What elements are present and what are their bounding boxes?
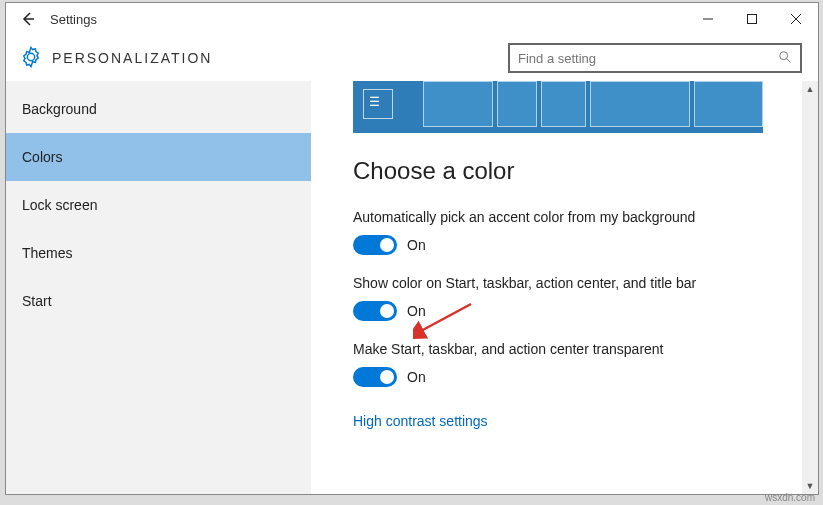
titlebar: Settings [6, 3, 818, 35]
setting-label: Show color on Start, taskbar, action cen… [353, 275, 790, 291]
sidebar-item-label: Start [22, 293, 52, 309]
search-icon [778, 50, 792, 67]
search-input[interactable] [518, 51, 778, 66]
maximize-icon [746, 13, 758, 25]
setting-transparent: Make Start, taskbar, and action center t… [353, 341, 790, 387]
sidebar-item-themes[interactable]: Themes [6, 229, 311, 277]
setting-label: Automatically pick an accent color from … [353, 209, 790, 225]
toggle-auto-accent[interactable] [353, 235, 397, 255]
sidebar-item-label: Colors [22, 149, 62, 165]
category-title: PERSONALIZATION [52, 50, 212, 66]
close-button[interactable] [774, 3, 818, 35]
window-title: Settings [50, 12, 97, 27]
sidebar-item-start[interactable]: Start [6, 277, 311, 325]
svg-rect-2 [748, 15, 757, 24]
scrollbar[interactable]: ▲ ▼ [802, 81, 818, 494]
settings-window: Settings PERSONALIZATION Bac [5, 2, 819, 495]
preview-tile [423, 81, 493, 127]
minimize-button[interactable] [686, 3, 730, 35]
search-box[interactable] [508, 43, 802, 73]
hamburger-icon: ☰ [369, 95, 380, 109]
sidebar-item-label: Lock screen [22, 197, 97, 213]
sidebar: Background Colors Lock screen Themes Sta… [6, 81, 311, 494]
content-pane: ☰ Choose a color Automatically pick an a… [311, 81, 818, 494]
preview-tile [497, 81, 537, 127]
preview-tile [694, 81, 763, 127]
svg-line-6 [787, 58, 791, 62]
toggle-transparent[interactable] [353, 367, 397, 387]
sidebar-item-label: Themes [22, 245, 73, 261]
minimize-icon [702, 13, 714, 25]
setting-auto-accent: Automatically pick an accent color from … [353, 209, 790, 255]
maximize-button[interactable] [730, 3, 774, 35]
scroll-up-icon[interactable]: ▲ [802, 81, 818, 97]
toggle-show-color[interactable] [353, 301, 397, 321]
sidebar-item-label: Background [22, 101, 97, 117]
toggle-state: On [407, 369, 426, 385]
close-icon [790, 13, 802, 25]
svg-point-5 [780, 51, 788, 59]
high-contrast-link[interactable]: High contrast settings [353, 413, 488, 429]
gear-icon [20, 46, 42, 71]
preview-tile [590, 81, 690, 127]
setting-label: Make Start, taskbar, and action center t… [353, 341, 790, 357]
section-title: Choose a color [353, 157, 790, 185]
sidebar-item-colors[interactable]: Colors [6, 133, 311, 181]
category-header: PERSONALIZATION [6, 35, 818, 81]
setting-show-color: Show color on Start, taskbar, action cen… [353, 275, 790, 321]
back-button[interactable] [6, 3, 50, 35]
watermark: wsxdn.com [765, 492, 815, 503]
window-controls [686, 3, 818, 35]
toggle-state: On [407, 303, 426, 319]
window-body: Background Colors Lock screen Themes Sta… [6, 81, 818, 494]
toggle-state: On [407, 237, 426, 253]
sidebar-item-lock-screen[interactable]: Lock screen [6, 181, 311, 229]
color-preview-strip: ☰ [353, 81, 763, 133]
back-arrow-icon [20, 11, 36, 27]
preview-tile [541, 81, 586, 127]
sidebar-item-background[interactable]: Background [6, 85, 311, 133]
